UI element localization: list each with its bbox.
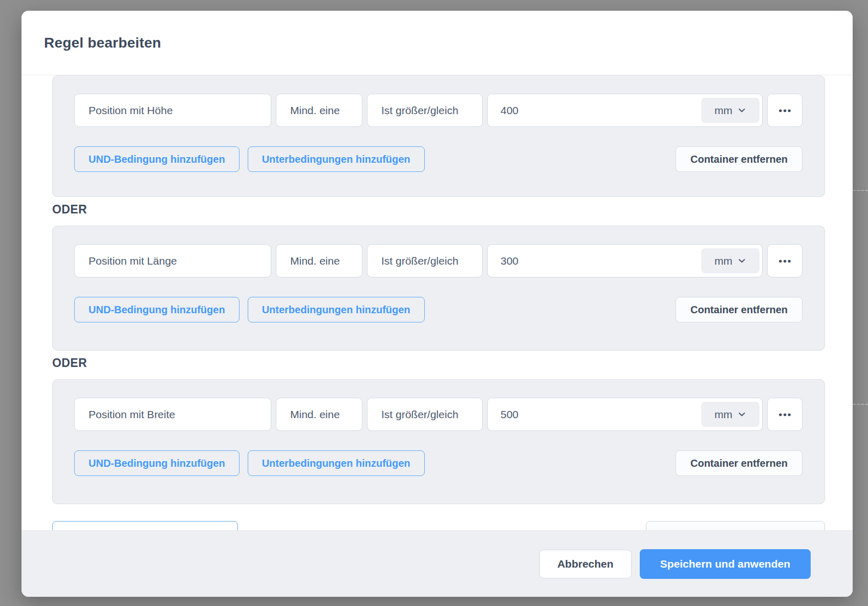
add-subconditions-button[interactable]: Unterbedingungen hinzufügen [248, 450, 425, 476]
remove-button-partial[interactable] [646, 521, 825, 530]
or-connector-label: ODER [52, 356, 825, 370]
condition-row: Position mit Breite Mind. eine Ist größe… [74, 398, 802, 431]
unit-label: mm [714, 255, 732, 267]
add-and-condition-button[interactable]: UND-Bedingung hinzufügen [74, 450, 240, 476]
unit-select[interactable]: mm [701, 98, 760, 123]
operator-select[interactable]: Ist größer/gleich [367, 94, 483, 127]
condition-row: Position mit Länge Mind. eine Ist größer… [74, 244, 802, 277]
unit-select[interactable]: mm [701, 402, 760, 427]
value-input[interactable]: 400 mm [487, 94, 763, 127]
operator-select[interactable]: Ist größer/gleich [367, 244, 483, 277]
edit-rule-dialog: Regel bearbeiten Position mit Höhe Mind.… [21, 11, 853, 597]
add-and-condition-button[interactable]: UND-Bedingung hinzufügen [74, 146, 240, 172]
field-select[interactable]: Position mit Höhe [74, 94, 271, 127]
ellipsis-icon: ••• [778, 105, 792, 115]
container-actions-row: UND-Bedingung hinzufügen Unterbedingunge… [74, 297, 802, 322]
add-container-button-partial[interactable] [52, 521, 238, 530]
cancel-button[interactable]: Abbrechen [539, 550, 632, 578]
unit-label: mm [714, 104, 732, 117]
more-options-button[interactable]: ••• [767, 244, 802, 277]
quantifier-select[interactable]: Mind. eine [276, 244, 362, 277]
field-select[interactable]: Position mit Länge [74, 244, 271, 277]
condition-container-1: Position mit Höhe Mind. eine Ist größer/… [52, 75, 825, 197]
value-input[interactable]: 500 mm [487, 398, 763, 431]
dialog-footer: Abbrechen Speichern und anwenden [21, 530, 853, 597]
quantifier-select[interactable]: Mind. eine [276, 94, 362, 127]
remove-container-button[interactable]: Container entfernen [676, 297, 802, 322]
condition-container-3: Position mit Breite Mind. eine Ist größe… [52, 379, 825, 504]
chevron-down-icon [737, 410, 746, 419]
ellipsis-icon: ••• [778, 409, 792, 419]
more-options-button[interactable]: ••• [767, 94, 802, 127]
dialog-body: Position mit Höhe Mind. eine Ist größer/… [21, 75, 853, 530]
value-text: 400 [501, 104, 518, 117]
condition-row: Position mit Höhe Mind. eine Ist größer/… [74, 94, 802, 127]
container-actions-row: UND-Bedingung hinzufügen Unterbedingunge… [74, 450, 802, 476]
field-select[interactable]: Position mit Breite [74, 398, 271, 431]
value-text: 500 [501, 408, 518, 421]
add-subconditions-button[interactable]: Unterbedingungen hinzufügen [248, 146, 425, 172]
remove-container-button[interactable]: Container entfernen [676, 146, 802, 172]
chevron-down-icon [737, 256, 746, 265]
or-connector-label: ODER [52, 203, 825, 217]
container-actions-row: UND-Bedingung hinzufügen Unterbedingunge… [74, 146, 802, 172]
quantifier-select[interactable]: Mind. eine [276, 398, 362, 431]
value-input[interactable]: 300 mm [487, 244, 763, 277]
chevron-down-icon [737, 106, 746, 115]
unit-label: mm [714, 408, 732, 421]
save-and-apply-button[interactable]: Speichern und anwenden [640, 549, 811, 579]
value-text: 300 [501, 255, 518, 267]
remove-container-button[interactable]: Container entfernen [676, 450, 802, 476]
canvas-dashed-line [853, 404, 868, 405]
clipped-actions-row [52, 521, 825, 530]
dialog-title: Regel bearbeiten [44, 35, 161, 51]
canvas-dashed-line [853, 190, 868, 191]
dialog-header: Regel bearbeiten [21, 11, 853, 75]
operator-select[interactable]: Ist größer/gleich [367, 398, 483, 431]
condition-container-2: Position mit Länge Mind. eine Ist größer… [52, 226, 825, 351]
add-subconditions-button[interactable]: Unterbedingungen hinzufügen [248, 297, 425, 322]
ellipsis-icon: ••• [778, 256, 792, 266]
unit-select[interactable]: mm [701, 248, 760, 273]
more-options-button[interactable]: ••• [767, 398, 802, 431]
add-and-condition-button[interactable]: UND-Bedingung hinzufügen [74, 297, 240, 322]
